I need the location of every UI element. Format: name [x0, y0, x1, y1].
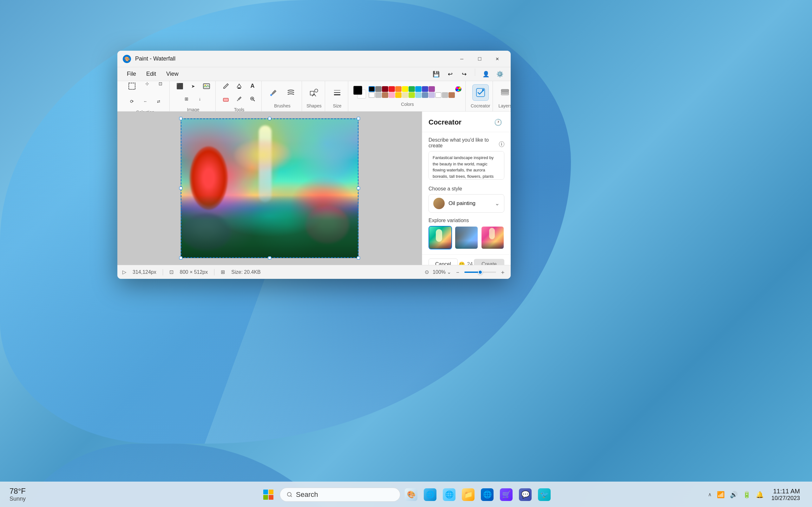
fill-button[interactable]: ⬛ [173, 80, 186, 92]
handle-top-middle[interactable] [268, 117, 271, 120]
maximize-button[interactable]: ☐ [471, 53, 488, 65]
canvas-container[interactable] [117, 112, 422, 265]
resize-button[interactable]: ↔ [139, 96, 152, 107]
variation-1[interactable] [428, 226, 452, 249]
color-steelblue[interactable] [422, 92, 428, 98]
variations-grid [428, 226, 504, 249]
color-purple[interactable] [428, 86, 435, 92]
image-dimensions: 800 × 512px [180, 269, 208, 275]
color-cream[interactable] [402, 92, 408, 98]
cancel-button[interactable]: Cancel [428, 259, 458, 265]
weather-info[interactable]: 78°F Sunny [9, 487, 26, 502]
taskbar-paint-icon[interactable]: 🎨 [403, 487, 419, 503]
brush-button[interactable] [265, 84, 282, 101]
style-selector[interactable]: Oil painting ⌄ [428, 194, 504, 213]
handle-middle-right[interactable] [357, 187, 360, 190]
pattern-button[interactable]: ⊞ [180, 93, 193, 105]
color-white[interactable] [368, 92, 375, 98]
color-yellow[interactable] [402, 86, 408, 92]
network-icon[interactable]: 📶 [717, 491, 725, 498]
eyedropper-button[interactable] [233, 93, 246, 105]
size-button[interactable] [329, 84, 345, 101]
save-button[interactable]: 💾 [430, 68, 442, 80]
variation-3[interactable] [481, 226, 504, 249]
color-lavender[interactable] [428, 92, 435, 98]
color-green[interactable] [409, 86, 415, 92]
color-lime[interactable] [409, 92, 415, 98]
taskbar-app-icon[interactable]: 🐦 [536, 487, 553, 503]
zoom-slider[interactable] [464, 272, 496, 273]
color-black[interactable] [368, 86, 375, 92]
zoom-slider-thumb[interactable] [478, 270, 483, 274]
handle-bottom-right[interactable] [357, 257, 360, 260]
play-icon: ▷ [122, 269, 126, 275]
settings-button[interactable]: ⚙️ [494, 68, 506, 80]
canvas-image[interactable] [181, 118, 359, 258]
taskbar-teams-icon[interactable]: 💬 [517, 487, 534, 503]
notification-bell-icon[interactable]: 🔔 [756, 491, 764, 498]
create-button[interactable]: Create [474, 259, 504, 265]
zoom-in-button[interactable]: ＋ [500, 268, 506, 276]
color-spectrum[interactable] [455, 86, 461, 92]
text-button[interactable]: A [246, 80, 259, 92]
cocreator-button[interactable] [472, 84, 489, 101]
clock-area[interactable]: 11:11 AM 10/27/2023 [769, 487, 803, 503]
color-r2[interactable] [435, 92, 442, 98]
zoom-level-button[interactable]: 100% ⌄ [433, 269, 451, 275]
taskbar-fileexplorer-icon[interactable]: 📁 [460, 487, 476, 503]
rotate-button[interactable]: ⟳ [125, 96, 138, 107]
color-skyblue[interactable] [415, 92, 421, 98]
close-button[interactable]: ✕ [489, 53, 506, 65]
free-select-button[interactable]: ⊹ [141, 78, 154, 89]
color-gold[interactable] [395, 92, 402, 98]
color-lightgray[interactable] [375, 92, 382, 98]
show-hidden-button[interactable]: ∧ [708, 492, 712, 498]
cocreator-history-button[interactable]: 🕐 [492, 117, 504, 128]
color-orange[interactable] [395, 86, 402, 92]
shapes-button[interactable] [306, 84, 322, 101]
foreground-color[interactable] [353, 86, 362, 95]
lines-button[interactable] [283, 84, 299, 101]
profile-button[interactable]: 👤 [480, 68, 492, 80]
start-button[interactable] [259, 486, 277, 504]
battery-icon[interactable]: 🔋 [743, 491, 751, 498]
minimize-button[interactable]: ─ [454, 53, 470, 65]
flip-button[interactable]: ⇄ [152, 96, 165, 107]
image-select-button[interactable]: ➤ [187, 80, 200, 92]
layers-button[interactable] [497, 84, 511, 101]
taskbar-browser1-icon[interactable]: 🌐 [422, 487, 438, 503]
search-bar[interactable]: Search [280, 488, 400, 502]
color-darkred[interactable] [382, 86, 388, 92]
crop-button[interactable]: ⊡ [154, 78, 167, 89]
taskbar-edge-icon[interactable]: 🌐 [479, 487, 496, 503]
handle-bottom-middle[interactable] [268, 257, 271, 260]
color-pink[interactable] [389, 92, 395, 98]
select-rectangle-button[interactable] [124, 78, 140, 95]
handle-middle-left[interactable] [179, 187, 183, 190]
eraser-button[interactable] [219, 93, 232, 105]
zoom-out-button[interactable]: － [455, 268, 461, 276]
redo-button[interactable]: ↪ [458, 68, 470, 80]
color-blue[interactable] [422, 86, 428, 92]
color-brown[interactable] [382, 92, 388, 98]
undo-button[interactable]: ↩ [444, 68, 456, 80]
handle-top-left[interactable] [179, 117, 183, 120]
handle-top-right[interactable] [357, 117, 360, 120]
taskbar-browser2-icon[interactable]: 🌐 [441, 487, 457, 503]
color-darkgray[interactable] [375, 86, 382, 92]
color-g2[interactable] [442, 92, 448, 98]
color-b2[interactable] [449, 92, 455, 98]
zoom-button[interactable] [246, 93, 259, 105]
prompt-info-icon[interactable]: ℹ [499, 141, 504, 147]
variation-2[interactable] [455, 226, 478, 249]
fill-tool-button[interactable] [233, 80, 246, 92]
volume-icon[interactable]: 🔊 [730, 491, 738, 498]
color-cyan[interactable] [415, 86, 421, 92]
pencil-button[interactable] [219, 80, 232, 92]
prompt-textarea[interactable]: Fantastical landscape inspired by the be… [428, 151, 504, 180]
arrow-tool-button[interactable]: ↓ [194, 93, 206, 105]
taskbar-store-icon[interactable]: 🛒 [498, 487, 514, 503]
color-red[interactable] [389, 86, 395, 92]
insert-image-button[interactable] [200, 80, 213, 92]
handle-bottom-left[interactable] [179, 257, 183, 260]
